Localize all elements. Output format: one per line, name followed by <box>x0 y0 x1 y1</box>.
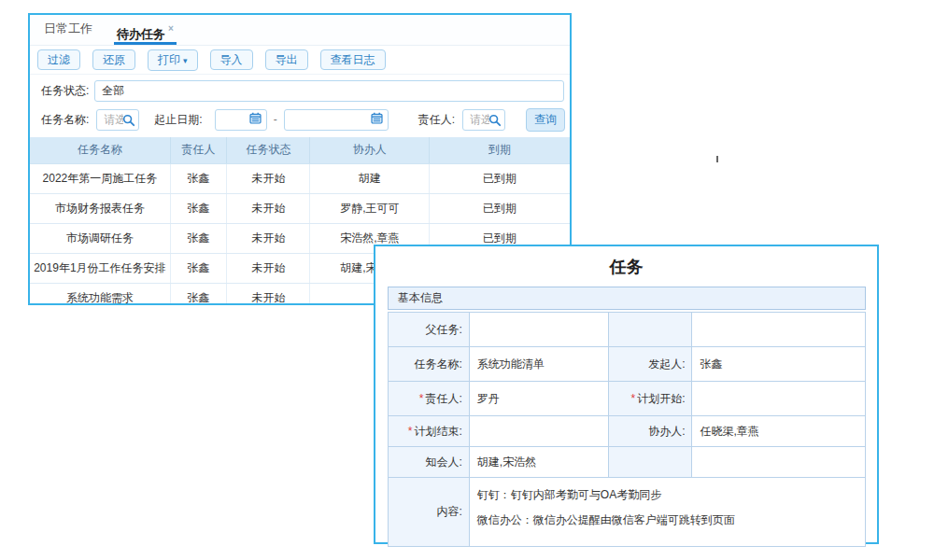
task-name-placeholder: 请选择 <box>104 112 123 128</box>
col-task-name[interactable]: 任务名称 <box>30 137 170 163</box>
task-name-link[interactable]: 市场财务报表任务 <box>30 193 170 223</box>
table-row: 2022年第一周施工任务 张鑫 未开始 胡建 已到期 <box>30 163 570 193</box>
task-name-link[interactable]: 2022年第一周施工任务 <box>30 163 170 193</box>
date-from-input[interactable] <box>215 109 267 131</box>
form-row-content: 内容: 钉钉：钉钉内部考勤可与OA考勤同步 微信办公：微信办公提醒由微信客户端可… <box>389 478 866 547</box>
tab-todo-label: 待办任务 <box>117 27 165 41</box>
owner-filter-label: 责任人: <box>418 112 455 128</box>
toolbar: 过滤 还原 打印▾ 导入 导出 查看日志 <box>30 46 570 75</box>
print-button-label: 打印 <box>158 53 180 66</box>
plan-start-value[interactable] <box>692 382 866 416</box>
initiator-value[interactable]: 张鑫 <box>692 347 866 382</box>
tab-todo-tasks[interactable]: 待办任务× <box>114 15 177 45</box>
form-row-owner: *责任人: 罗丹 *计划开始: <box>389 382 866 416</box>
restore-button[interactable]: 还原 <box>92 49 135 70</box>
owner-link[interactable]: 张鑫 <box>170 193 227 223</box>
section-basic-info: 基本信息 <box>388 287 866 310</box>
status-filter-input[interactable]: 全部 <box>94 80 564 102</box>
field-value[interactable] <box>692 447 866 478</box>
content-line: 微信办公：微信办公提醒由微信客户端可跳转到页面 <box>477 508 865 533</box>
required-star: * <box>630 392 635 405</box>
task-status: 未开始 <box>227 283 310 305</box>
date-range-separator: - <box>274 113 277 126</box>
assistants-value[interactable]: 任晓渠,章燕 <box>692 416 866 447</box>
field-label: 任务名称: <box>389 347 470 382</box>
field-label <box>608 313 692 347</box>
calendar-icon[interactable] <box>371 112 383 127</box>
filter-panel: 任务状态: 全部 任务名称: 请选择 起止日期: - <box>30 75 570 132</box>
field-label: 协办人: <box>608 416 692 447</box>
field-label: 内容: <box>389 478 470 547</box>
field-label: *责任人: <box>389 382 470 416</box>
field-label: 发起人: <box>608 347 692 382</box>
task-status: 未开始 <box>227 223 310 253</box>
field-label: 知会人: <box>389 447 470 478</box>
task-name-link[interactable]: 系统功能需求 <box>30 283 170 305</box>
owner-link[interactable]: 张鑫 <box>170 253 227 283</box>
required-star: * <box>419 392 424 405</box>
search-icon[interactable] <box>122 114 135 130</box>
task-name-filter-input[interactable]: 请选择 <box>96 109 139 131</box>
view-log-button[interactable]: 查看日志 <box>320 49 386 70</box>
chevron-down-icon: ▾ <box>183 56 188 65</box>
query-button[interactable]: 查询 <box>526 108 565 132</box>
field-value[interactable] <box>692 313 866 347</box>
task-assistants: 胡建 <box>310 163 430 193</box>
print-button[interactable]: 打印▾ <box>148 49 198 71</box>
table-header-row: 任务名称 责任人 任务状态 协办人 到期 <box>30 137 570 163</box>
field-label <box>608 447 692 478</box>
owner-link[interactable]: 张鑫 <box>170 163 227 193</box>
form-row-cc: 知会人: 胡建,宋浩然 <box>389 447 866 478</box>
table-row: 市场财务报表任务 张鑫 未开始 罗静,王可可 已到期 <box>30 193 570 223</box>
task-name-filter-label: 任务名称: <box>41 112 89 128</box>
form-row-task-name: 任务名称: 系统功能清单 发起人: 张鑫 <box>389 347 866 382</box>
task-due: 已到期 <box>430 193 570 223</box>
search-icon[interactable] <box>488 114 502 130</box>
owner-placeholder: 请选择 <box>470 112 489 128</box>
filter-button[interactable]: 过滤 <box>37 49 80 70</box>
page-title: 任务 <box>375 256 877 278</box>
tab-bar: 日常工作 待办任务× <box>30 15 570 46</box>
task-name-link[interactable]: 市场调研任务 <box>30 223 170 253</box>
content-line: 钉钉：钉钉内部考勤可与OA考勤同步 <box>477 483 865 508</box>
task-assistants: 罗静,王可可 <box>310 193 430 223</box>
owner-link[interactable]: 张鑫 <box>170 283 227 305</box>
tab-close-icon[interactable]: × <box>168 23 174 34</box>
date-range-filter-label: 起止日期: <box>154 112 202 128</box>
task-name-link[interactable]: 2019年1月份工作任务安排 <box>30 253 170 283</box>
col-assistants[interactable]: 协办人 <box>310 137 430 163</box>
col-status[interactable]: 任务状态 <box>227 137 310 163</box>
cc-value[interactable]: 胡建,宋浩然 <box>469 447 608 478</box>
parent-task-value[interactable] <box>469 313 608 347</box>
owner-value[interactable]: 罗丹 <box>469 382 608 416</box>
required-star: * <box>408 425 413 438</box>
export-button[interactable]: 导出 <box>265 49 308 70</box>
task-due: 已到期 <box>430 163 570 193</box>
field-label: *计划开始: <box>608 382 692 416</box>
form-row-plan-end: *计划结束: 协办人: 任晓渠,章燕 <box>389 416 866 447</box>
task-detail-window: 任务 基本信息 父任务: 任务名称: 系统功能清单 发起人: 张鑫 <box>374 245 879 544</box>
field-label: 父任务: <box>389 313 470 347</box>
status-filter-label: 任务状态: <box>41 83 89 99</box>
field-label: *计划结束: <box>389 416 470 447</box>
stray-cursor-mark <box>716 156 718 162</box>
content-value[interactable]: 钉钉：钉钉内部考勤可与OA考勤同步 微信办公：微信办公提醒由微信客户端可跳转到页… <box>469 478 865 547</box>
task-status: 未开始 <box>227 163 310 193</box>
date-to-input[interactable] <box>284 109 389 131</box>
form-row-parent-task: 父任务: <box>389 313 866 347</box>
calendar-icon[interactable] <box>249 112 262 127</box>
owner-filter-input[interactable]: 请选择 <box>462 109 505 131</box>
task-detail-form: 父任务: 任务名称: 系统功能清单 发起人: 张鑫 *责任人: 罗丹 *计划开始… <box>388 312 866 547</box>
task-name-value[interactable]: 系统功能清单 <box>469 347 608 382</box>
col-due[interactable]: 到期 <box>430 137 570 163</box>
task-status: 未开始 <box>227 253 310 283</box>
owner-link[interactable]: 张鑫 <box>170 223 227 253</box>
import-button[interactable]: 导入 <box>210 49 253 70</box>
task-status: 未开始 <box>227 193 310 223</box>
plan-end-value[interactable] <box>469 416 608 447</box>
tab-daily-work[interactable]: 日常工作 <box>41 15 95 45</box>
col-owner[interactable]: 责任人 <box>170 137 227 163</box>
